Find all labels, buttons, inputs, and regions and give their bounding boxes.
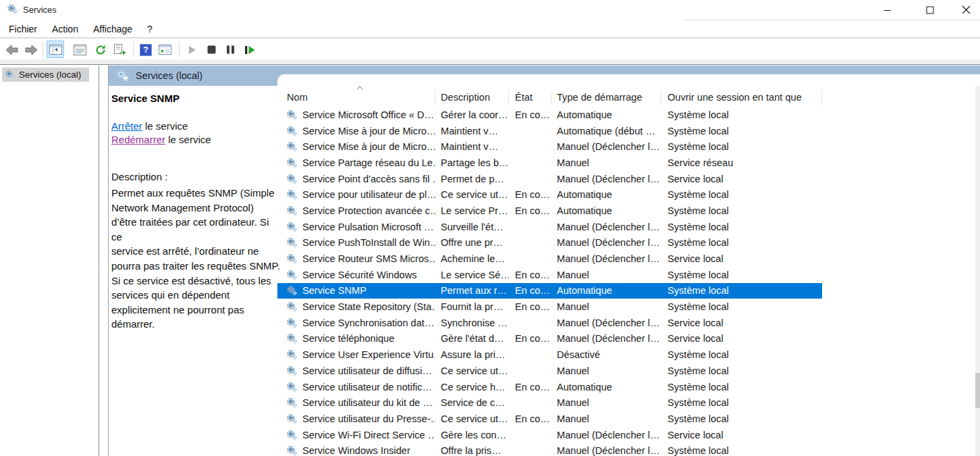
maximize-button[interactable] [915,0,946,20]
scrollbar-thumb[interactable] [975,373,980,408]
cell-startup-type: Automatique [551,189,661,200]
cell-startup-type: Manuel (Déclencher l… [551,174,661,184]
table-row[interactable]: Service Wi-Fi Direct Service … Gère les … [277,427,822,443]
table-row[interactable]: Service PushToInstall de Win… Offre une … [277,235,822,251]
cell-name: Service Pulsation Microsoft … [277,222,435,232]
service-gear-icon [286,189,298,200]
close-button[interactable] [952,0,980,20]
refresh-button[interactable] [92,41,109,58]
tree-item-label: Services (local) [19,70,81,80]
column-header-etat[interactable]: État [509,88,551,107]
cell-state: En co… [509,109,551,120]
column-divider[interactable] [661,91,661,105]
table-row[interactable]: Service Point d'accès sans fil … Permet … [277,171,822,187]
table-row[interactable]: Service Routeur SMS Micros… Achemine le…… [277,251,822,267]
stop-service-button[interactable] [204,41,219,58]
table-row[interactable]: Service Partage réseau du Le… Partage le… [277,155,822,171]
show-extended-view-button[interactable] [157,41,173,58]
column-divider[interactable] [821,91,822,105]
column-header-ouvrir-session[interactable]: Ouvrir une session en tant que [661,88,822,107]
cell-logon-as: Système local [661,109,822,120]
cell-state: En co… [509,205,551,216]
table-row[interactable]: Service utilisateur de notific… Ce servi… [277,379,822,395]
vertical-scrollbar[interactable] [975,86,980,456]
panel-header-title: Services (local) [136,70,202,81]
restart-service-button[interactable] [241,41,258,58]
pause-service-button[interactable] [223,41,238,58]
table-row[interactable]: Service State Repository (Sta… Fournit l… [277,299,822,315]
cell-logon-as: Service local [661,333,822,344]
column-header-type-demarrage[interactable]: Type de démarrage [551,88,661,107]
service-gear-icon [286,157,298,168]
help-button[interactable]: ? [138,41,154,58]
table-row[interactable]: Service utilisateur du kit de … Service … [277,395,822,411]
table-row[interactable]: Service pour utilisateur de pl… Ce servi… [277,186,822,203]
cell-name: Service utilisateur du Presse-… [277,413,435,424]
cell-logon-as: Service local [661,430,822,440]
table-row[interactable]: Service Pulsation Microsoft … Surveille … [277,219,822,235]
column-header-nom[interactable]: Nom [277,88,435,107]
stop-service-link[interactable]: Arrêter [111,120,142,132]
table-row[interactable]: Service SNMP Permet aux r… En co… Automa… [277,283,822,299]
table-row[interactable]: Service Mise à jour de Micro… Maintient … [277,138,822,155]
back-button[interactable] [4,41,20,58]
table-row[interactable]: Service Windows Insider Offre la pris… M… [277,442,822,456]
cell-logon-as: Service local [661,253,822,264]
menu-item[interactable]: Fichier [1,22,45,36]
table-row[interactable]: Service Mise à jour de Micro… Maintient … [277,123,822,139]
show-console-tree-icon [49,45,62,55]
cell-description: Permet de p… [435,174,509,184]
menu-item[interactable]: Affichage [86,22,140,36]
cell-startup-type: Manuel (Déclencher l… [551,333,661,344]
cell-startup-type: Manuel (Déclencher l… [551,222,661,232]
cell-startup-type: Manuel [551,157,661,168]
description-text: Permet aux requêtes SNMP (SimpleNetwork … [111,186,281,332]
table-row[interactable]: Service Synchronisation dat… Synchronise… [277,315,822,331]
table-row[interactable]: Service utilisateur de diffusi… Ce servi… [277,363,822,379]
table-row[interactable]: Service User Experience Virtu… Assure la… [277,347,822,363]
cell-name: Service State Repository (Sta… [277,301,435,312]
services-window: Services FichierActionAffichage? [0,0,980,456]
pane-splitter[interactable] [108,66,109,456]
table-row[interactable]: Service utilisateur du Presse-… Ce servi… [277,411,822,427]
table-row[interactable]: Service Protection avancée c… Le service… [277,203,822,219]
cell-name: Service PushToInstall de Win… [277,237,435,248]
column-header-description[interactable]: Description [435,88,509,107]
properties-button[interactable] [72,41,88,58]
service-gear-icon [286,222,298,232]
restart-service-link[interactable]: Redémarrer [111,134,165,145]
export-list-button[interactable] [111,41,128,58]
tree-item-services-local[interactable]: Services (local) [2,68,89,82]
cell-description: Maintient v… [435,141,509,152]
cell-logon-as: Système local [661,270,822,280]
cell-startup-type: Manuel [551,270,661,280]
cell-logon-as: Système local [661,445,822,456]
forward-button[interactable] [23,41,39,58]
cell-description: Achemine le… [435,253,509,264]
cell-name: Service User Experience Virtu… [277,349,435,360]
column-divider[interactable] [551,91,551,105]
stop-service-line: Arrêter le service [111,120,211,133]
cell-startup-type: Automatique (début … [551,126,661,136]
show-console-tree-button[interactable] [47,41,64,58]
table-row[interactable]: Service Microsoft Office « D… Gérer la c… [277,107,822,123]
column-divider[interactable] [435,91,435,105]
table-row[interactable]: Service Sécurité Windows Le service Sé… … [277,267,822,283]
start-service-icon [188,45,196,55]
table-row[interactable]: Service téléphonique Gère l'état d… En c… [277,331,822,347]
cell-name: Service Windows Insider [277,445,435,456]
export-list-icon [113,44,126,55]
service-list: Service Microsoft Office « D… Gérer la c… [277,107,827,456]
cell-description: Gère l'état d… [435,333,509,344]
service-gear-icon [286,174,298,184]
minimize-button[interactable] [872,0,903,20]
menu-item[interactable]: Action [45,22,86,36]
cell-name: Service pour utilisateur de pl… [277,189,435,200]
cell-startup-type: Manuel [551,365,661,376]
column-divider[interactable] [508,91,509,105]
sort-ascending-icon [356,86,363,90]
menu-item[interactable]: ? [140,22,160,36]
minimize-icon [883,6,892,14]
toolbar: ? [0,40,980,59]
start-service-button[interactable] [185,41,200,58]
